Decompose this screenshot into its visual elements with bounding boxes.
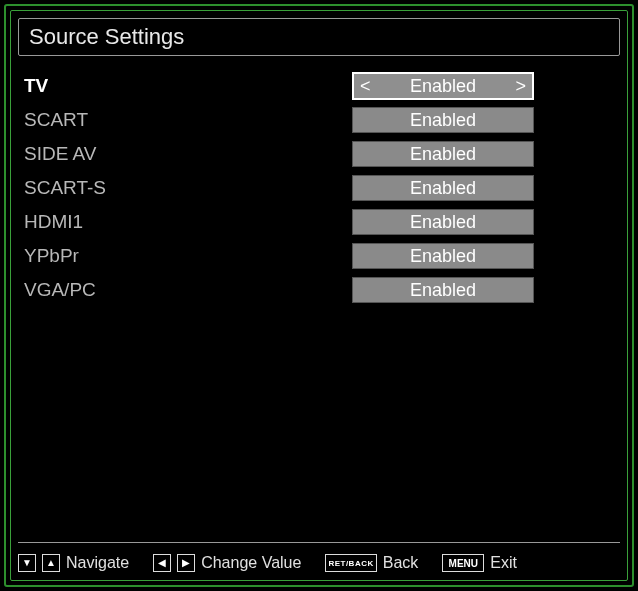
left-key-icon: ◀ [153, 554, 171, 572]
footer-bar: ▼ ▲ Navigate ◀ ▶ Change Value RET/BACK B… [18, 549, 620, 577]
chevron-right-icon[interactable]: > [515, 77, 526, 95]
source-value: Enabled [410, 212, 476, 233]
chevron-left-icon[interactable]: < [360, 77, 371, 95]
source-row[interactable]: TV<Enabled> [22, 70, 616, 102]
source-value: Enabled [410, 76, 476, 97]
source-value-selector[interactable]: <Enabled> [352, 175, 534, 201]
source-value-selector[interactable]: <Enabled> [352, 209, 534, 235]
source-row[interactable]: SIDE AV<Enabled> [22, 138, 616, 170]
hint-exit: MENU Exit [442, 554, 517, 572]
source-row[interactable]: VGA/PC<Enabled> [22, 274, 616, 306]
source-value-selector[interactable]: <Enabled> [352, 107, 534, 133]
source-value-selector[interactable]: <Enabled> [352, 141, 534, 167]
hint-navigate: ▼ ▲ Navigate [18, 554, 129, 572]
source-label: TV [22, 75, 352, 97]
retback-key-icon: RET/BACK [325, 554, 376, 572]
source-value-selector[interactable]: <Enabled> [352, 277, 534, 303]
source-value: Enabled [410, 246, 476, 267]
source-row[interactable]: SCART-S<Enabled> [22, 172, 616, 204]
source-row[interactable]: SCART<Enabled> [22, 104, 616, 136]
source-label: SCART-S [22, 177, 352, 199]
source-value: Enabled [410, 178, 476, 199]
hint-navigate-label: Navigate [66, 554, 129, 572]
source-label: YPbPr [22, 245, 352, 267]
source-value-selector[interactable]: <Enabled> [352, 243, 534, 269]
title-bar: Source Settings [18, 18, 620, 56]
source-label: VGA/PC [22, 279, 352, 301]
source-label: SCART [22, 109, 352, 131]
source-row[interactable]: YPbPr<Enabled> [22, 240, 616, 272]
source-value: Enabled [410, 144, 476, 165]
hint-back: RET/BACK Back [325, 554, 418, 572]
source-value: Enabled [410, 110, 476, 131]
page-title: Source Settings [29, 24, 184, 50]
menu-key-icon: MENU [442, 554, 484, 572]
source-list: TV<Enabled>SCART<Enabled>SIDE AV<Enabled… [22, 70, 616, 527]
hint-change-value-label: Change Value [201, 554, 301, 572]
source-label: HDMI1 [22, 211, 352, 233]
hint-back-label: Back [383, 554, 419, 572]
up-key-icon: ▲ [42, 554, 60, 572]
right-key-icon: ▶ [177, 554, 195, 572]
source-value: Enabled [410, 280, 476, 301]
source-row[interactable]: HDMI1<Enabled> [22, 206, 616, 238]
hint-change-value: ◀ ▶ Change Value [153, 554, 301, 572]
hint-exit-label: Exit [490, 554, 517, 572]
source-label: SIDE AV [22, 143, 352, 165]
source-value-selector[interactable]: <Enabled> [352, 72, 534, 100]
down-key-icon: ▼ [18, 554, 36, 572]
footer-divider [18, 542, 620, 543]
